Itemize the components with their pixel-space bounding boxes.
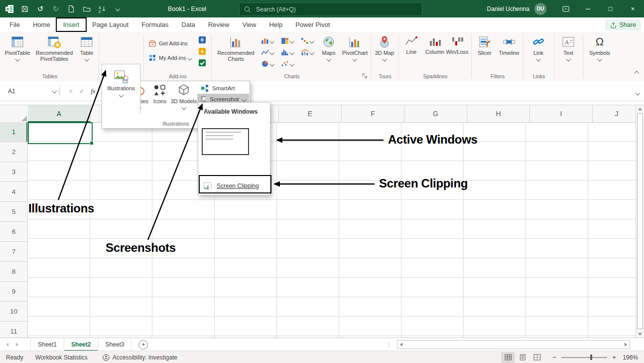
scroll-left-icon[interactable] (400, 343, 402, 347)
column-header-i[interactable]: I (530, 105, 593, 123)
insert-combo-chart-button[interactable] (297, 48, 317, 56)
insert-column-chart-button[interactable] (258, 37, 277, 45)
close-button[interactable]: × (622, 0, 644, 17)
tab-view[interactable]: View (236, 18, 262, 31)
table-button[interactable]: Table (77, 33, 97, 61)
timeline-button[interactable]: Timeline (496, 33, 522, 56)
share-button[interactable]: Share (605, 19, 641, 30)
insert-waterfall-chart-button[interactable] (297, 37, 317, 45)
selected-cell-a1[interactable] (28, 122, 93, 144)
row-header-9[interactable]: 9 (0, 282, 28, 302)
search-input[interactable] (255, 5, 417, 13)
slicer-button[interactable]: Slicer (473, 33, 496, 56)
collapse-ribbon-button[interactable] (635, 69, 639, 76)
winloss-sparkline-button[interactable]: Win/Loss (447, 33, 467, 55)
insert-statistic-chart-button[interactable] (277, 48, 297, 56)
tab-power-pivot[interactable]: Power Pivot (289, 18, 336, 31)
tab-splitter[interactable]: ⋮ (386, 338, 392, 351)
tab-help[interactable]: Help (262, 18, 289, 31)
scroll-right-icon[interactable] (625, 343, 627, 347)
illustrations-button[interactable]: Illustrations (102, 64, 140, 113)
avatar[interactable]: DU (534, 3, 546, 15)
redo-icon[interactable]: ↻ (51, 4, 60, 14)
sort-az-icon[interactable]: AZ (98, 4, 107, 14)
minimize-button[interactable]: ─ (577, 0, 599, 17)
charts-dialog-launcher[interactable] (362, 73, 368, 79)
link-button[interactable]: Link (525, 33, 552, 61)
row-header-4[interactable]: 4 (0, 182, 28, 202)
insert-pie-chart-button[interactable] (258, 60, 277, 68)
row-header-3[interactable]: 3 (0, 162, 28, 182)
row-header-10[interactable]: 10 (0, 302, 28, 322)
column-header-a[interactable]: A (28, 105, 91, 123)
zoom-out-button[interactable]: − (551, 354, 557, 361)
select-all-button[interactable] (0, 105, 28, 123)
pinned-addin-icon-2[interactable] (198, 47, 206, 55)
pivotchart-button[interactable]: PivotChart (340, 33, 370, 61)
column-header-f[interactable]: F (342, 105, 404, 123)
search-box[interactable] (239, 2, 422, 16)
ribbon-display-options-button[interactable] (554, 0, 577, 17)
tab-review[interactable]: Review (202, 18, 236, 31)
tab-file[interactable]: File (3, 18, 26, 31)
vertical-scrollbar[interactable] (636, 105, 644, 338)
page-layout-view-button[interactable] (516, 353, 529, 363)
tab-page-layout[interactable]: Page Layout (86, 18, 135, 31)
tab-data[interactable]: Data (175, 18, 201, 31)
zoom-level[interactable]: 196% (617, 354, 638, 361)
column-header-h[interactable]: H (467, 105, 530, 123)
recommended-pivottables-button[interactable]: Recommended PivotTables (32, 33, 77, 62)
tab-formulas[interactable]: Formulas (135, 18, 175, 31)
insert-hierarchy-chart-button[interactable] (277, 37, 297, 45)
my-addins-button[interactable]: My Add-ins (148, 52, 192, 63)
row-header-6[interactable]: 6 (0, 222, 28, 242)
workbook-statistics-button[interactable]: Workbook Statistics (35, 354, 88, 361)
user-name[interactable]: Daniel Uchenna (487, 5, 529, 12)
normal-view-button[interactable] (502, 353, 515, 363)
3d-map-button[interactable]: 3D Map (373, 33, 396, 61)
new-file-icon[interactable] (67, 4, 76, 14)
tab-insert[interactable]: Insert (57, 18, 86, 31)
row-header-8[interactable]: 8 (0, 262, 28, 282)
text-button[interactable]: A Text (556, 33, 581, 61)
line-sparkline-button[interactable]: Line (400, 33, 422, 55)
page-break-view-button[interactable] (530, 353, 543, 363)
column-header-g[interactable]: G (404, 105, 467, 123)
horizontal-scrollbar[interactable] (397, 340, 630, 349)
zoom-in-button[interactable]: + (611, 354, 617, 361)
window-thumbnail[interactable] (202, 128, 249, 155)
row-header-7[interactable]: 7 (0, 242, 28, 262)
insert-scatter-chart-button[interactable] (277, 60, 297, 68)
qat-customize-chevron-icon[interactable] (113, 4, 122, 14)
pinned-addin-icon-3[interactable] (198, 59, 206, 67)
pinned-addin-icon-1[interactable] (198, 36, 206, 44)
maps-button[interactable]: Maps (317, 33, 340, 61)
new-sheet-button[interactable]: + (138, 340, 148, 350)
screen-clipping-button[interactable]: Screen Clipping (203, 179, 259, 193)
insert-line-chart-button[interactable] (258, 48, 277, 56)
column-header-j[interactable]: J (593, 105, 641, 123)
icons-button[interactable]: Icons (150, 83, 170, 109)
cancel-button[interactable]: × (69, 87, 73, 95)
zoom-slider-thumb[interactable] (590, 355, 592, 360)
excel-logo-icon[interactable]: X (5, 4, 14, 14)
row-header-1[interactable]: 1 (0, 122, 28, 142)
row-header-5[interactable]: 5 (0, 202, 28, 222)
open-folder-icon[interactable] (82, 4, 91, 14)
scroll-up-icon[interactable] (638, 108, 642, 110)
sheet-tab-sheet1[interactable]: Sheet1 (30, 338, 64, 351)
insert-function-button[interactable]: fx (91, 87, 95, 95)
column-header-e[interactable]: E (279, 105, 342, 123)
expand-formula-bar-icon[interactable] (636, 89, 640, 96)
grid-cells[interactable] (28, 122, 636, 338)
maximize-button[interactable]: □ (599, 0, 622, 17)
symbols-button[interactable]: Ω Symbols (585, 33, 615, 61)
scroll-down-icon[interactable] (638, 333, 642, 336)
name-box[interactable]: A1 (4, 85, 60, 97)
previous-sheet-icon[interactable] (6, 343, 8, 347)
undo-icon[interactable]: ↺ (36, 4, 45, 14)
enter-button[interactable]: ✓ (79, 88, 84, 95)
smartart-button[interactable]: SmartArt (197, 83, 249, 94)
save-icon[interactable] (20, 4, 29, 14)
row-header-2[interactable]: 2 (0, 142, 28, 162)
